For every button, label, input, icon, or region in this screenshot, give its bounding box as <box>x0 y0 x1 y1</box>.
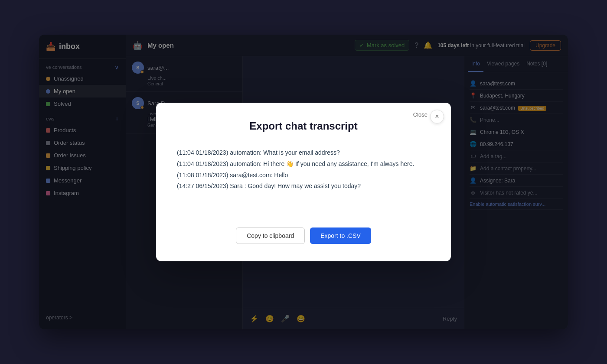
transcript-line-3: (11:08 01/18/2023) sara@test.com: Hello <box>177 170 430 181</box>
modal-close-button[interactable]: × <box>430 110 444 124</box>
export-csv-button[interactable]: Export to .CSV <box>310 228 371 244</box>
modal-close-label[interactable]: Close <box>413 111 428 118</box>
transcript-line-2: (11:04 01/18/2023) automation: Hi there … <box>177 159 430 169</box>
transcript-line-4: (14:27 06/15/2023) Sara : Good day! How … <box>177 181 430 192</box>
copy-to-clipboard-button[interactable]: Copy to clipboard <box>236 228 305 244</box>
modal-overlay[interactable]: × Close Export chat transcript (11:04 01… <box>39 35 568 329</box>
transcript-content: (11:04 01/18/2023) automation: What is y… <box>177 144 430 214</box>
modal-actions: Copy to clipboard Export to .CSV <box>177 228 430 244</box>
export-transcript-modal: × Close Export chat transcript (11:04 01… <box>156 103 451 261</box>
browser-window: 📥 inbox ve conversations ∨ Unassigned My… <box>39 35 568 329</box>
transcript-line-1: (11:04 01/18/2023) automation: What is y… <box>177 148 430 158</box>
modal-title: Export chat transcript <box>177 120 430 132</box>
